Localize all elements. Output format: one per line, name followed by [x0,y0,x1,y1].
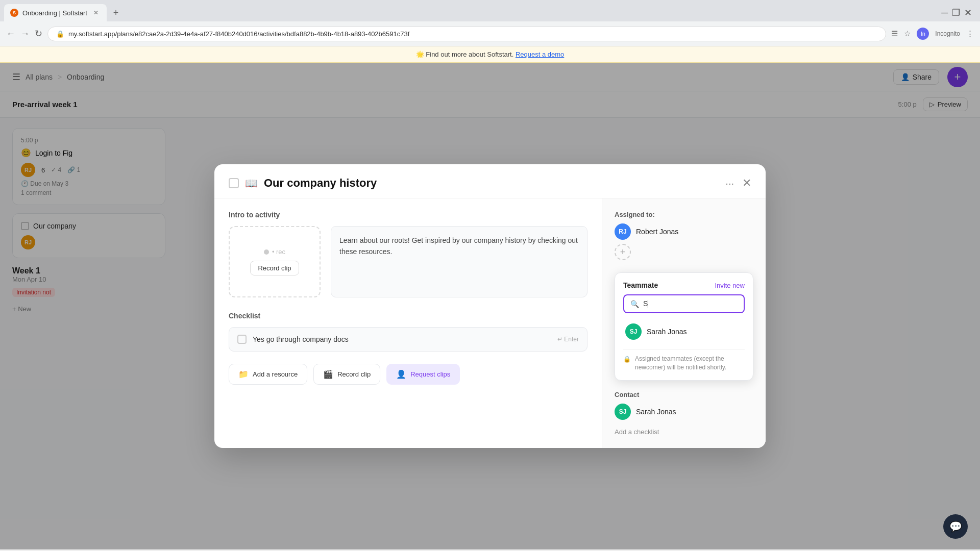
record-clip-action-label: Record clip [337,370,371,378]
rec-text: • rec [272,248,285,256]
close-window-icon[interactable]: ✕ [964,7,972,18]
incognito-label: Incognito [935,30,960,37]
checklist-item: Yes go through company docs ↵ Enter [229,327,587,352]
person-icon: 👤 [396,369,406,379]
add-resource-button[interactable]: 📁 Add a resource [229,364,307,385]
modal-checkbox[interactable] [229,178,239,188]
assignee-avatar: RJ [615,223,631,240]
enter-hint: ↵ Enter [557,336,579,343]
teammate-dropdown: Teammate Invite new 🔍 S SJ [615,272,753,381]
record-clip-action-button[interactable]: 🎬 Record clip [313,364,380,385]
intro-section-title: Intro to activity [229,211,587,219]
address-bar[interactable]: 🔒 my.softstart.app/plans/e82cae2a-2d39-4… [47,27,886,41]
app-background: ☰ All plans > Onboarding 👤 Share + Pre-a… [0,63,980,549]
dropdown-header: Teammate Invite new [623,281,745,289]
minimize-icon[interactable]: ─ [941,8,948,18]
modal-title: Our company history [264,177,377,190]
contact-label: Contact [615,391,753,398]
activity-modal: 📖 Our company history ··· ✕ Intro to act… [214,164,766,448]
assigned-section: Assigned to: RJ Robert Jonas + [615,211,753,260]
assigned-to-label: Assigned to: [615,211,753,218]
request-clips-label: Request clips [410,370,450,378]
checklist-checkbox[interactable] [237,335,247,344]
chat-fab-button[interactable]: 💬 [943,514,968,539]
tab-bar: S Onboarding | Softstart ✕ + ─ ❐ ✕ [0,0,980,21]
modal-left-panel: Intro to activity • rec Record clip Lear… [214,198,602,448]
close-modal-button[interactable]: ✕ [742,177,751,190]
tab-favicon: S [10,9,18,17]
video-icon: 🎬 [323,369,333,379]
lock-note-icon: 🔒 [623,355,631,364]
sarah-jonas-name: Sarah Jonas [647,328,687,336]
rec-dot [264,249,269,255]
active-tab[interactable]: S Onboarding | Softstart ✕ [4,4,107,21]
add-assignee-button[interactable]: + [615,244,631,260]
assignee-row: RJ Robert Jonas [615,223,753,240]
add-resource-label: Add a resource [253,370,298,378]
checklist-title: Checklist [229,312,587,320]
window-controls: ─ ❐ ✕ [941,7,976,18]
new-tab-button[interactable]: + [109,6,123,20]
chat-icon: 💬 [949,520,962,533]
contact-section: Contact SJ Sarah Jonas [615,391,753,420]
teammate-option-sarah[interactable]: SJ Sarah Jonas [623,319,745,344]
request-clips-button[interactable]: 👤 Request clips [386,364,460,385]
book-icon: 📖 [245,177,258,189]
browser-toolbar: ☰ ☆ In Incognito ⋮ [891,28,974,40]
text-cursor [648,300,648,308]
forward-button[interactable]: → [20,29,30,39]
url-text: my.softstart.app/plans/e82cae2a-2d39-4e4… [68,30,877,38]
contact-name: Sarah Jonas [636,408,676,416]
banner-link[interactable]: Request a demo [516,51,564,58]
modal-overlay: 📖 Our company history ··· ✕ Intro to act… [0,63,980,549]
menu-icon[interactable]: ⋮ [966,29,974,38]
assignee-name: Robert Jonas [636,228,678,236]
record-clip-button[interactable]: Record clip [250,261,299,276]
banner-text: 🌟 Find out more about Softstart. [416,51,514,58]
teammate-search-input[interactable]: S [643,299,738,308]
profile-icon[interactable]: In [917,28,929,40]
contact-row: SJ Sarah Jonas [615,404,753,420]
intro-area: • rec Record clip Learn about our roots!… [229,226,587,297]
more-options-button[interactable]: ··· [725,178,734,189]
action-bar: 📁 Add a resource 🎬 Record clip 👤 Request… [229,364,587,385]
extension-icon[interactable]: ☰ [891,29,898,38]
maximize-icon[interactable]: ❐ [952,7,960,18]
promo-banner: 🌟 Find out more about Softstart. Request… [0,46,980,63]
search-icon: 🔍 [630,300,639,308]
reload-button[interactable]: ↻ [35,28,42,39]
invite-new-button[interactable]: Invite new [715,282,745,289]
folder-icon: 📁 [238,369,249,379]
dropdown-note: 🔒 Assigned teammates (except the newcome… [623,349,745,372]
lock-icon: 🔒 [56,30,64,38]
checklist-text: Yes go through company docs [253,335,349,343]
modal-header: 📖 Our company history ··· ✕ [214,164,766,198]
contact-avatar: SJ [615,404,631,420]
tab-close-button[interactable]: ✕ [91,8,101,17]
note-text: Assigned teammates (except the newcomer)… [635,355,745,372]
search-value: S [643,299,648,308]
add-checklist-button[interactable]: Add a checklist [615,428,753,436]
record-clip-box: • rec Record clip [229,226,321,297]
bookmark-icon[interactable]: ☆ [904,29,911,38]
teammate-search-wrapper[interactable]: 🔍 S [623,294,745,313]
back-button[interactable]: ← [6,29,15,39]
modal-right-panel: Assigned to: RJ Robert Jonas + [602,198,766,448]
dropdown-label: Teammate [623,281,658,289]
intro-text: Learn about our roots! Get inspired by o… [331,226,587,297]
modal-header-actions: ··· ✕ [725,177,751,190]
modal-body: Intro to activity • rec Record clip Lear… [214,198,766,448]
address-bar-row: ← → ↻ 🔒 my.softstart.app/plans/e82cae2a-… [0,21,980,46]
sarah-avatar: SJ [625,323,642,340]
checklist-section: Checklist Yes go through company docs ↵ … [229,312,587,352]
rec-indicator: • rec [264,248,285,256]
tab-title: Onboarding | Softstart [22,9,87,17]
